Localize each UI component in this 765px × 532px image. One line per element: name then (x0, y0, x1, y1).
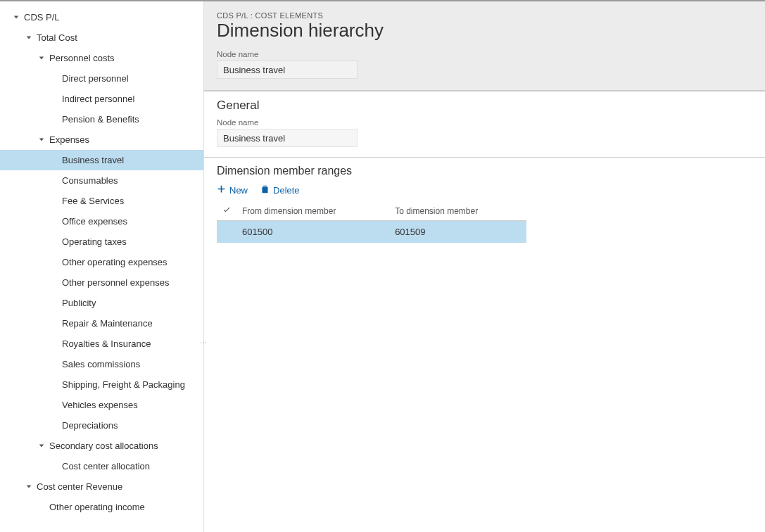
tree-node-label: Other operating expenses (62, 257, 167, 267)
check-icon (222, 206, 231, 216)
grid-header-row: From dimension member To dimension membe… (217, 201, 526, 221)
tree-node[interactable]: Business travel (0, 150, 203, 170)
tree-node[interactable]: Office expenses (0, 211, 203, 232)
tree-node[interactable]: Depreciations (0, 415, 203, 436)
general-section-title: General (217, 99, 752, 113)
caret-expanded-icon[interactable] (38, 55, 45, 62)
caret-spacer (51, 116, 58, 123)
tree-sidebar: CDS P/LTotal CostPersonnel costsDirect p… (0, 1, 204, 532)
caret-expanded-icon[interactable] (38, 137, 45, 144)
new-button[interactable]: New (217, 183, 248, 197)
page-header: CDS P/L : COST ELEMENTS Dimension hierar… (204, 1, 765, 91)
tree-node-label: Business travel (62, 155, 124, 165)
caret-spacer (51, 341, 58, 348)
tree-node[interactable]: Operating taxes (0, 232, 203, 252)
tree-node[interactable]: Secondary cost allocations (0, 436, 203, 456)
tree-node-label: Office expenses (62, 216, 127, 227)
tree-node[interactable]: Expenses (0, 129, 203, 150)
tree-node-label: Consumables (62, 175, 118, 186)
grid-header-from[interactable]: From dimension member (236, 201, 389, 221)
tree-node-label: Secondary cost allocations (49, 441, 158, 451)
tree-node-label: Shipping, Freight & Packaging (62, 379, 185, 390)
caret-spacer (51, 75, 58, 82)
tree-node[interactable]: Other personnel expenses (0, 272, 203, 293)
tree-node[interactable]: Other operating income (0, 497, 203, 517)
caret-spacer (51, 259, 58, 266)
tree-node[interactable]: Repair & Maintenance (0, 313, 203, 334)
tree-node[interactable]: Personnel costs (0, 48, 203, 68)
tree-node-label: Depreciations (62, 420, 118, 431)
tree-node[interactable]: Consumables (0, 170, 203, 191)
tree-node[interactable]: Royalties & Insurance (0, 334, 203, 354)
tree-node-label: Repair & Maintenance (62, 318, 153, 329)
tree-node[interactable]: Direct personnel (0, 68, 203, 89)
caret-spacer (51, 157, 58, 164)
tree-node-label: Expenses (49, 134, 89, 145)
caret-spacer (51, 300, 58, 307)
ranges-toolbar: New Delete (217, 183, 752, 197)
tree-node-label: CDS P/L (24, 12, 60, 23)
tree-node-label: Direct personnel (62, 73, 129, 84)
to-member-cell[interactable]: 601509 (389, 221, 526, 243)
tree-node-label: Vehicles expenses (62, 400, 138, 410)
general-node-name-field: Node name (217, 118, 752, 147)
caret-spacer (51, 198, 58, 205)
tree-node-label: Personnel costs (49, 53, 115, 63)
ranges-section: Dimension member ranges New Delete From … (204, 157, 765, 253)
tree-node[interactable]: Fee & Services (0, 191, 203, 211)
sidebar-resizer[interactable]: ⋮ (201, 1, 206, 532)
tree-node[interactable]: Other operating expenses (0, 252, 203, 272)
main-content: CDS P/L : COST ELEMENTS Dimension hierar… (204, 1, 765, 532)
ranges-grid: From dimension member To dimension membe… (217, 201, 526, 243)
caret-spacer (51, 320, 58, 327)
general-node-name-label: Node name (217, 118, 752, 127)
caret-spacer (51, 422, 58, 429)
tree-node[interactable]: Shipping, Freight & Packaging (0, 374, 203, 395)
tree-node[interactable]: Indirect personnel (0, 89, 203, 109)
caret-spacer (51, 402, 58, 409)
tree-node-label: Cost center allocation (62, 461, 150, 471)
general-section: General Node name (204, 91, 765, 157)
caret-spacer (51, 218, 58, 225)
breadcrumb: CDS P/L : COST ELEMENTS (217, 11, 752, 20)
grid-header-to[interactable]: To dimension member (389, 201, 526, 221)
tree-node[interactable]: CDS P/L (0, 7, 203, 27)
table-row[interactable]: 601500601509 (217, 221, 526, 243)
tree-node[interactable]: Pension & Benefits (0, 109, 203, 129)
caret-expanded-icon[interactable] (13, 14, 20, 21)
caret-spacer (51, 463, 58, 470)
resizer-dots-icon: ⋮ (200, 339, 208, 346)
grid-header-check[interactable] (217, 201, 236, 221)
caret-spacer (51, 177, 58, 184)
node-name-input[interactable] (217, 61, 358, 79)
caret-expanded-icon[interactable] (25, 34, 32, 42)
delete-button[interactable]: Delete (260, 183, 300, 197)
tree-node-label: Pension & Benefits (62, 114, 139, 125)
tree-node-label: Cost center Revenue (37, 481, 122, 492)
caret-spacer (51, 381, 58, 388)
new-button-label: New (229, 185, 248, 196)
caret-spacer (38, 504, 45, 511)
general-node-name-input[interactable] (217, 129, 358, 147)
delete-button-label: Delete (273, 185, 300, 196)
caret-expanded-icon[interactable] (25, 483, 32, 490)
tree-node[interactable]: Vehicles expenses (0, 395, 203, 415)
row-check-cell[interactable] (217, 221, 236, 243)
tree-node[interactable]: Sales commissions (0, 354, 203, 374)
from-member-cell[interactable]: 601500 (236, 221, 389, 243)
tree-node[interactable]: Cost center Revenue (0, 476, 203, 497)
plus-icon (217, 184, 226, 196)
tree-node[interactable]: Cost center allocation (0, 456, 203, 476)
caret-spacer (51, 96, 58, 103)
tree-node-label: Publicity (62, 298, 96, 308)
tree-node-label: Royalties & Insurance (62, 338, 151, 349)
trash-icon (260, 184, 270, 196)
caret-spacer (51, 239, 58, 246)
tree-node-label: Fee & Services (62, 196, 124, 206)
tree-node-label: Total Cost (37, 32, 77, 43)
tree-node[interactable]: Publicity (0, 293, 203, 313)
hierarchy-tree: CDS P/LTotal CostPersonnel costsDirect p… (0, 7, 203, 517)
tree-node-label: Other operating income (49, 502, 145, 512)
tree-node[interactable]: Total Cost (0, 27, 203, 48)
caret-expanded-icon[interactable] (38, 443, 45, 450)
